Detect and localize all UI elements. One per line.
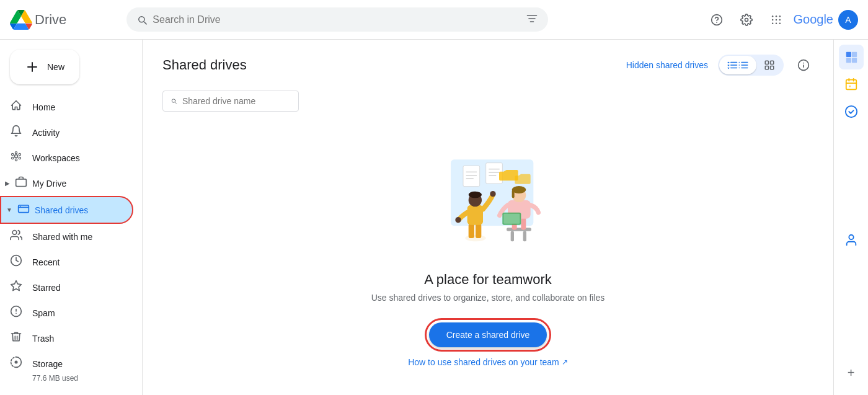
- svg-rect-45: [476, 223, 481, 237]
- sidebar-item-my-drive-label: My Drive: [32, 179, 66, 189]
- svg-point-6: [779, 19, 781, 20]
- sidebar-item-spam[interactable]: Spam: [0, 300, 132, 326]
- create-shared-drive-button[interactable]: Create a shared drive: [429, 322, 547, 347]
- sidebar-item-starred-label: Starred: [32, 283, 61, 293]
- grid-view-button[interactable]: [756, 56, 782, 74]
- svg-rect-63: [851, 52, 856, 57]
- page-title: Shared drives: [162, 57, 247, 73]
- svg-point-48: [469, 191, 482, 198]
- help-button[interactable]: [704, 7, 729, 32]
- svg-rect-66: [846, 80, 856, 90]
- settings-button[interactable]: [734, 7, 759, 32]
- sidebar-item-starred[interactable]: Starred: [0, 275, 132, 300]
- logo-text: Drive: [35, 12, 66, 28]
- drive-logo-icon: [10, 9, 32, 31]
- checkmark-list-icon: [727, 60, 738, 71]
- topbar: Drive: [0, 0, 868, 40]
- svg-point-8: [775, 22, 777, 24]
- shared-drives-icon: [17, 202, 30, 218]
- right-panel-calendar-icon[interactable]: [839, 72, 864, 97]
- drive-name-search[interactable]: [162, 91, 299, 112]
- sidebar-item-storage[interactable]: Storage: [0, 351, 132, 376]
- svg-point-5: [775, 19, 777, 20]
- main-layout: New Home Activity Workspaces ▶: [0, 40, 868, 395]
- right-panel: +: [833, 40, 868, 395]
- svg-point-11: [15, 152, 17, 154]
- svg-point-13: [12, 153, 14, 155]
- svg-rect-55: [521, 217, 526, 229]
- svg-rect-64: [846, 58, 851, 63]
- svg-rect-52: [511, 231, 514, 241]
- header-right: Hidden shared drives: [626, 55, 813, 76]
- svg-point-10: [15, 155, 18, 158]
- avatar[interactable]: A: [838, 10, 858, 30]
- svg-point-3: [779, 15, 781, 17]
- sidebar-item-spam-label: Spam: [32, 308, 55, 318]
- svg-point-15: [12, 157, 14, 159]
- svg-point-49: [490, 191, 495, 197]
- svg-marker-22: [11, 281, 22, 291]
- drive-name-input[interactable]: [182, 96, 291, 106]
- svg-point-12: [15, 159, 17, 161]
- search-input[interactable]: [153, 14, 521, 25]
- search-tune-icon[interactable]: [526, 12, 538, 27]
- svg-point-4: [771, 19, 773, 20]
- empty-state-subtitle: Use shared drives to organize, store, an…: [371, 293, 605, 303]
- svg-rect-59: [512, 190, 515, 198]
- sidebar-item-shared-with-me[interactable]: Shared with me: [0, 224, 132, 249]
- hidden-shared-drives-link[interactable]: Hidden shared drives: [626, 60, 708, 70]
- sidebar-item-shared-drives-label: Shared drives: [35, 205, 88, 215]
- svg-point-50: [455, 217, 461, 223]
- spam-icon: [10, 305, 22, 321]
- teamwork-illustration: [426, 145, 550, 257]
- sidebar-item-trash[interactable]: Trash: [0, 326, 132, 351]
- svg-rect-65: [851, 58, 856, 63]
- right-panel-tasks-icon[interactable]: [839, 99, 864, 124]
- google-logo-text: Google: [794, 12, 834, 27]
- grid-icon: [764, 60, 775, 71]
- shared-with-me-icon: [10, 229, 22, 244]
- content-header: Shared drives Hidden shared drives: [162, 55, 813, 76]
- my-drive-icon: [15, 175, 27, 191]
- svg-rect-17: [16, 179, 27, 187]
- svg-rect-67: [849, 86, 851, 87]
- svg-point-2: [775, 15, 777, 17]
- help-link[interactable]: How to use shared drives on your team ↗: [408, 357, 568, 367]
- activity-icon: [10, 125, 22, 140]
- sidebar-item-my-drive[interactable]: ▶ My Drive: [0, 171, 132, 196]
- info-button[interactable]: [794, 55, 813, 75]
- empty-state-title: A place for teamwork: [424, 272, 551, 288]
- search-bar[interactable]: [126, 7, 548, 32]
- svg-rect-61: [503, 213, 520, 223]
- storage-icon: [10, 356, 22, 371]
- topbar-right: Google A: [704, 7, 859, 32]
- svg-rect-18: [19, 205, 29, 213]
- sidebar-item-recent[interactable]: Recent: [0, 249, 132, 275]
- sidebar-item-activity[interactable]: Activity: [0, 120, 132, 145]
- sidebar-item-recent-label: Recent: [32, 257, 60, 267]
- sidebar-item-home[interactable]: Home: [0, 94, 132, 120]
- drive-search-icon: [170, 96, 177, 106]
- sidebar-item-workspaces[interactable]: Workspaces: [0, 145, 132, 171]
- new-button[interactable]: New: [10, 50, 79, 84]
- new-button-label: New: [47, 62, 64, 72]
- svg-rect-62: [846, 52, 851, 57]
- sidebar-item-trash-label: Trash: [32, 334, 54, 344]
- help-link-text: How to use shared drives on your team: [408, 357, 559, 367]
- apps-button[interactable]: [764, 7, 789, 32]
- sidebar-item-shared-drives[interactable]: ▼ Shared drives: [0, 196, 133, 224]
- list-view-button[interactable]: [719, 56, 756, 74]
- right-panel-add-icon[interactable]: +: [839, 360, 864, 385]
- right-panel-docs-icon[interactable]: [839, 45, 864, 69]
- svg-point-9: [779, 22, 781, 24]
- external-link-icon: ↗: [562, 358, 568, 366]
- svg-rect-53: [523, 231, 526, 241]
- svg-point-20: [12, 231, 17, 235]
- sidebar-item-storage-label: Storage: [32, 359, 63, 369]
- empty-state: A place for teamwork Use shared drives t…: [162, 131, 813, 380]
- sidebar: New Home Activity Workspaces ▶: [0, 40, 143, 395]
- svg-rect-32: [771, 66, 774, 69]
- svg-point-7: [771, 22, 773, 24]
- right-panel-contacts-icon[interactable]: [839, 228, 864, 252]
- svg-point-69: [849, 234, 853, 239]
